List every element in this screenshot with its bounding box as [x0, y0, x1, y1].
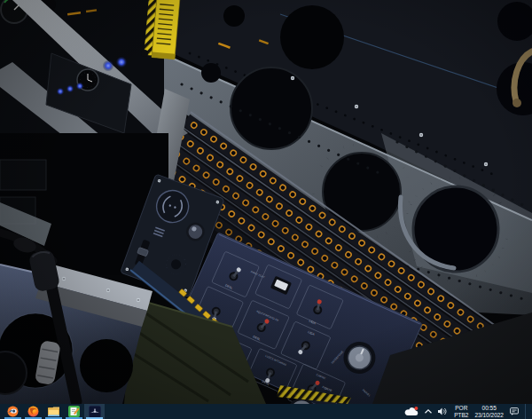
action-center-icon[interactable]: [510, 407, 519, 415]
taskbar-app-firefox[interactable]: [23, 404, 43, 419]
taskbar-apps: [0, 404, 105, 419]
clock-time: 00:55: [474, 405, 504, 412]
text-editor-icon: [68, 406, 80, 417]
system-tray: POR PTB2 00:55 23/10/2022: [404, 404, 532, 419]
vignette: [0, 0, 532, 404]
firefox-icon: [27, 406, 39, 417]
flight-sim-viewport[interactable]: DESL PONT TEXT LIGA AQUECIMENTO PX DESL …: [0, 0, 532, 404]
file-explorer-icon: [48, 407, 60, 417]
blender-icon: [7, 406, 19, 417]
onedrive-cloud-icon[interactable]: [404, 407, 419, 416]
clock-date: 23/10/2022: [474, 412, 504, 419]
clock[interactable]: 00:55 23/10/2022: [474, 405, 504, 418]
taskbar-app-blender[interactable]: [3, 404, 23, 419]
speaker-icon[interactable]: [438, 407, 448, 415]
show-desktop-button[interactable]: [525, 404, 528, 419]
desktop: DESL PONT TEXT LIGA AQUECIMENTO PX DESL …: [0, 0, 532, 419]
taskbar: POR PTB2 00:55 23/10/2022: [0, 404, 532, 419]
keyboard-layout: PTB2: [454, 412, 468, 419]
hidden-icons-chevron[interactable]: [425, 409, 432, 414]
flight-sim-icon: [89, 406, 101, 418]
language-code: POR: [454, 405, 468, 412]
taskbar-app-text-editor[interactable]: [64, 404, 84, 419]
taskbar-app-file-explorer[interactable]: [43, 404, 64, 419]
language-indicator[interactable]: POR PTB2: [454, 405, 468, 418]
taskbar-app-flight-sim[interactable]: [84, 404, 105, 419]
